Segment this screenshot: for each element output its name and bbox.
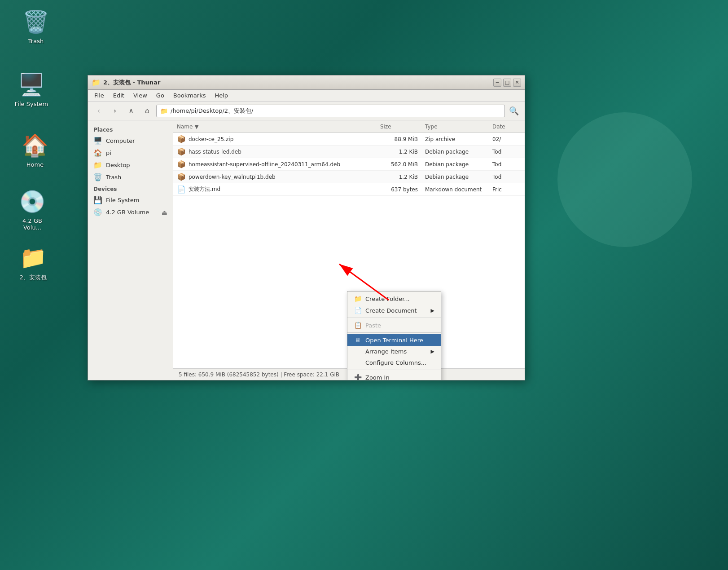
folder-icon: 📁 bbox=[19, 243, 48, 272]
ctx-paste[interactable]: 📋 Paste bbox=[347, 319, 441, 331]
close-button[interactable]: ✕ bbox=[513, 79, 521, 87]
table-row[interactable]: 📦 hass-status-led.deb 1.2 KiB Debian pac… bbox=[173, 146, 525, 158]
back-button[interactable]: ‹ bbox=[92, 104, 106, 118]
arrange-arrow-icon: ▶ bbox=[431, 349, 434, 354]
sidebar-item-volume[interactable]: 💿 4.2 GB Volume ⏏ bbox=[88, 206, 173, 218]
file-date: Tod bbox=[489, 174, 525, 180]
up-button[interactable]: ∧ bbox=[124, 104, 138, 118]
file-type: Debian package bbox=[421, 149, 489, 155]
menu-view[interactable]: View bbox=[129, 91, 152, 100]
home-label: Home bbox=[26, 161, 44, 168]
trash-sidebar-icon: 🗑️ bbox=[93, 173, 102, 181]
file-name: 安装方法.md bbox=[189, 186, 220, 193]
file-type: Debian package bbox=[421, 161, 489, 168]
table-row[interactable]: 📦 powerdown-key_walnutpi1b.deb 1.2 KiB D… bbox=[173, 171, 525, 183]
ctx-arrange-items[interactable]: Arrange Items ▶ bbox=[347, 346, 441, 357]
column-headers: Name ▼ Size Type Date bbox=[173, 120, 525, 133]
title-bar-controls: − □ ✕ bbox=[493, 79, 521, 87]
title-folder-icon: 📁 bbox=[92, 78, 101, 87]
menu-bar: File Edit View Go Bookmarks Help bbox=[88, 90, 525, 102]
file-name: hass-status-led.deb bbox=[189, 149, 241, 155]
desktop-icon-volume[interactable]: 💿 4.2 GB Volu... bbox=[10, 184, 55, 234]
deb-icon: 📦 bbox=[177, 147, 186, 156]
md-icon: 📄 bbox=[177, 185, 186, 194]
sort-arrow-icon: ▼ bbox=[194, 124, 198, 130]
filesystem-icon: 🖥️ bbox=[17, 70, 46, 99]
trash-icon: 🗑️ bbox=[22, 7, 50, 36]
pi-icon: 🏠 bbox=[93, 149, 102, 157]
file-size: 88.9 MiB bbox=[377, 136, 421, 142]
sidebar-filesystem-label: File System bbox=[106, 197, 139, 203]
menu-bookmarks[interactable]: Bookmarks bbox=[169, 91, 211, 100]
address-text: /home/pi/Desktop/2、安装包/ bbox=[171, 107, 254, 115]
sidebar: Places 🖥️ Computer 🏠 pi 📁 Desktop 🗑️ Tra… bbox=[88, 120, 173, 380]
col-header-date[interactable]: Date bbox=[489, 120, 525, 133]
home-icon: 🏠 bbox=[21, 131, 49, 159]
ctx-open-terminal[interactable]: 🖥 Open Terminal Here bbox=[347, 334, 441, 346]
sidebar-trash-label: Trash bbox=[106, 174, 121, 181]
ctx-zoom-in[interactable]: ➕ Zoom In bbox=[347, 371, 441, 380]
address-bar[interactable]: 📁 /home/pi/Desktop/2、安装包/ bbox=[156, 105, 505, 117]
forward-button[interactable]: › bbox=[108, 104, 122, 118]
filesystem-label: File System bbox=[15, 101, 48, 107]
menu-edit[interactable]: Edit bbox=[109, 91, 129, 100]
col-header-name[interactable]: Name ▼ bbox=[173, 120, 377, 133]
minimize-button[interactable]: − bbox=[493, 79, 501, 87]
menu-file[interactable]: File bbox=[90, 91, 109, 100]
volume-label: 4.2 GB Volu... bbox=[13, 217, 52, 231]
file-size: 562.0 MiB bbox=[377, 161, 421, 168]
home-button[interactable]: ⌂ bbox=[140, 104, 154, 118]
main-area: Places 🖥️ Computer 🏠 pi 📁 Desktop 🗑️ Tra… bbox=[88, 120, 525, 380]
menu-go[interactable]: Go bbox=[152, 91, 169, 100]
zoom-in-icon: ➕ bbox=[354, 374, 362, 380]
context-menu: 📁 Create Folder... 📄 Create Document ▶ 📋… bbox=[347, 291, 441, 380]
file-size: 1.2 KiB bbox=[377, 149, 421, 155]
sidebar-item-desktop[interactable]: 📁 Desktop bbox=[88, 159, 173, 171]
create-folder-icon: 📁 bbox=[354, 295, 362, 302]
zip-icon: 📦 bbox=[177, 135, 186, 143]
file-date: Tod bbox=[489, 149, 525, 155]
places-label: Places bbox=[88, 124, 173, 135]
terminal-icon: 🖥 bbox=[354, 336, 362, 344]
sidebar-item-computer[interactable]: 🖥️ Computer bbox=[88, 135, 173, 147]
sidebar-item-pi[interactable]: 🏠 pi bbox=[88, 147, 173, 159]
eject-button[interactable]: ⏏ bbox=[162, 209, 167, 216]
ctx-separator-2 bbox=[347, 332, 441, 333]
desktop-icon-folder[interactable]: 📁 2、安装包 bbox=[11, 240, 56, 284]
desktop-icon-filesystem[interactable]: 🖥️ File System bbox=[9, 67, 54, 110]
sidebar-desktop-label: Desktop bbox=[106, 162, 130, 168]
file-date: Fric bbox=[489, 186, 525, 193]
title-bar: 📁 2、安装包 - Thunar − □ ✕ bbox=[88, 75, 525, 90]
sidebar-item-trash[interactable]: 🗑️ Trash bbox=[88, 171, 173, 183]
desktop-icon-trash[interactable]: 🗑️ Trash bbox=[13, 4, 58, 47]
ctx-arrange-items-label: Arrange Items bbox=[365, 348, 407, 355]
ctx-create-document[interactable]: 📄 Create Document ▶ bbox=[347, 305, 441, 316]
menu-help[interactable]: Help bbox=[210, 91, 232, 100]
table-row[interactable]: 📄 安装方法.md 637 bytes Markdown document Fr… bbox=[173, 183, 525, 196]
ctx-create-folder[interactable]: 📁 Create Folder... bbox=[347, 293, 441, 305]
submenu-arrow-icon: ▶ bbox=[431, 308, 434, 314]
ctx-create-document-label: Create Document bbox=[365, 307, 417, 314]
bg-decoration bbox=[557, 112, 692, 247]
desktop-icon-home[interactable]: 🏠 Home bbox=[13, 128, 57, 171]
file-name: homeassistant-supervised-offline_2024031… bbox=[189, 161, 340, 168]
file-type: Debian package bbox=[421, 174, 489, 180]
vol-icon: 💿 bbox=[93, 208, 102, 217]
file-list-area: Name ▼ Size Type Date 📦 docke bbox=[173, 120, 525, 380]
table-row[interactable]: 📦 docker-ce_25.zip 88.9 MiB Zip archive … bbox=[173, 133, 525, 146]
ctx-configure-columns[interactable]: Configure Columns... bbox=[347, 357, 441, 368]
address-folder-icon: 📁 bbox=[160, 107, 168, 115]
create-doc-icon: 📄 bbox=[354, 307, 362, 314]
ctx-zoom-in-label: Zoom In bbox=[365, 374, 390, 380]
sidebar-computer-label: Computer bbox=[106, 137, 135, 144]
table-row[interactable]: 📦 homeassistant-supervised-offline_20240… bbox=[173, 158, 525, 171]
sidebar-pi-label: pi bbox=[106, 150, 111, 156]
col-header-type[interactable]: Type bbox=[421, 120, 489, 133]
status-text: 5 files: 650.9 MiB (682545852 bytes) | F… bbox=[179, 371, 339, 378]
ctx-create-folder-label: Create Folder... bbox=[365, 296, 410, 302]
search-button[interactable]: 🔍 bbox=[507, 104, 521, 118]
trash-label: Trash bbox=[28, 38, 44, 44]
col-header-size[interactable]: Size bbox=[377, 120, 421, 133]
sidebar-item-filesystem[interactable]: 💾 File System bbox=[88, 194, 173, 206]
maximize-button[interactable]: □ bbox=[503, 79, 511, 87]
